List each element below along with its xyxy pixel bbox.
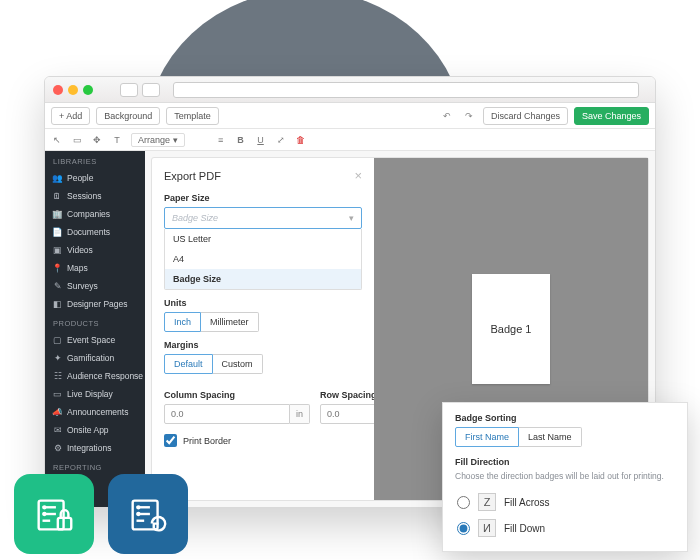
units-label: Units bbox=[164, 298, 362, 308]
paper-size-options: US LetterA4Badge Size bbox=[164, 229, 362, 290]
url-bar[interactable] bbox=[173, 82, 639, 98]
undo-icon[interactable]: ↶ bbox=[439, 108, 455, 124]
nav-item-icon: ✎ bbox=[53, 282, 62, 291]
fill-down-radio[interactable]: И Fill Down bbox=[455, 515, 675, 541]
align-left-icon[interactable]: ≡ bbox=[215, 134, 227, 146]
margins-option[interactable]: Default bbox=[164, 354, 213, 374]
paper-size-select[interactable]: Badge Size bbox=[164, 207, 362, 229]
nav-item-icon: ◧ bbox=[53, 300, 62, 309]
format-toolbar: ↖ ▭ ✥ T Arrange ▾ ≡ B U ⤢ 🗑 bbox=[45, 129, 655, 151]
nav-item-icon: 📄 bbox=[53, 228, 62, 237]
discard-button[interactable]: Discard Changes bbox=[483, 107, 568, 125]
traffic-light-min[interactable] bbox=[68, 85, 78, 95]
arrange-dropdown[interactable]: Arrange ▾ bbox=[131, 133, 185, 147]
badge-sorting-option[interactable]: Last Name bbox=[519, 427, 582, 447]
fill-across-radio[interactable]: Z Fill Across bbox=[455, 489, 675, 515]
resize-icon[interactable]: ⤢ bbox=[275, 134, 287, 146]
nav-back[interactable] bbox=[120, 83, 138, 97]
sidebar-product-item[interactable]: ✦Gamification bbox=[45, 349, 145, 367]
sidebar-heading-libraries: LIBRARIES bbox=[45, 151, 145, 169]
nav-item-icon: ▭ bbox=[53, 390, 62, 399]
close-icon[interactable]: × bbox=[354, 168, 362, 183]
nav-item-icon: 🗓 bbox=[53, 192, 62, 201]
badge-preview: Badge 1 bbox=[472, 274, 550, 384]
background-button[interactable]: Background bbox=[96, 107, 160, 125]
sidebar-product-item[interactable]: 📣Announcements bbox=[45, 403, 145, 421]
badge-sorting-option[interactable]: First Name bbox=[455, 427, 519, 447]
margins-segmented: DefaultCustom bbox=[164, 354, 362, 374]
fill-down-icon: И bbox=[478, 519, 496, 537]
margins-option[interactable]: Custom bbox=[213, 354, 263, 374]
svg-point-11 bbox=[137, 506, 139, 508]
sidebar-library-item[interactable]: 👥People bbox=[45, 169, 145, 187]
svg-point-12 bbox=[137, 513, 139, 515]
sidebar-library-item[interactable]: ✎Surveys bbox=[45, 277, 145, 295]
paper-size-label: Paper Size bbox=[164, 193, 362, 203]
text-icon[interactable]: T bbox=[111, 134, 123, 146]
sidebar-heading-products: PRODUCTS bbox=[45, 313, 145, 331]
units-option[interactable]: Inch bbox=[164, 312, 201, 332]
appbar: + Add Background Template ↶ ↷ Discard Ch… bbox=[45, 103, 655, 129]
paper-size-option[interactable]: US Letter bbox=[165, 229, 361, 249]
nav-item-icon: 📍 bbox=[53, 264, 62, 273]
fill-direction-label: Fill Direction bbox=[455, 457, 675, 467]
badge-sorting-segmented: First NameLast Name bbox=[455, 427, 675, 447]
col-spacing-unit: in bbox=[290, 404, 310, 424]
nav-item-icon: 📣 bbox=[53, 408, 62, 417]
sidebar-product-item[interactable]: ⚙Integrations bbox=[45, 439, 145, 457]
row-spacing-label: Row Spacing bbox=[320, 390, 374, 400]
badge-sorting-label: Badge Sorting bbox=[455, 413, 675, 423]
col-spacing-input[interactable] bbox=[164, 404, 290, 424]
delete-icon[interactable]: 🗑 bbox=[295, 134, 307, 146]
sidebar-library-item[interactable]: ▣Videos bbox=[45, 241, 145, 259]
secure-lock-card-icon bbox=[14, 474, 94, 554]
rect-icon[interactable]: ▭ bbox=[71, 134, 83, 146]
sidebar-product-item[interactable]: ☷Audience Response bbox=[45, 367, 145, 385]
nav-forward[interactable] bbox=[142, 83, 160, 97]
template-button[interactable]: Template bbox=[166, 107, 219, 125]
modal-title: Export PDF bbox=[164, 170, 221, 182]
row-spacing-input[interactable] bbox=[320, 404, 374, 424]
margins-label: Margins bbox=[164, 340, 362, 350]
sidebar-product-item[interactable]: ▭Live Display bbox=[45, 385, 145, 403]
svg-point-5 bbox=[43, 513, 45, 515]
sidebar-product-item[interactable]: ✉Onsite App bbox=[45, 421, 145, 439]
cursor-icon[interactable]: ↖ bbox=[51, 134, 63, 146]
add-button[interactable]: + Add bbox=[51, 107, 90, 125]
nav-item-icon: ✉ bbox=[53, 426, 62, 435]
fill-direction-description: Choose the direction badges will be laid… bbox=[455, 471, 675, 481]
nav-item-icon: 👥 bbox=[53, 174, 62, 183]
sync-card-icon bbox=[108, 474, 188, 554]
save-button[interactable]: Save Changes bbox=[574, 107, 649, 125]
paper-size-option[interactable]: A4 bbox=[165, 249, 361, 269]
sidebar-library-item[interactable]: 📄Documents bbox=[45, 223, 145, 241]
nav-item-icon: ⚙ bbox=[53, 444, 62, 453]
nav-item-icon: ☷ bbox=[53, 372, 62, 381]
units-option[interactable]: Millimeter bbox=[201, 312, 259, 332]
badge-sorting-popover: Badge Sorting First NameLast Name Fill D… bbox=[442, 402, 688, 552]
move-icon[interactable]: ✥ bbox=[91, 134, 103, 146]
col-spacing-label: Column Spacing bbox=[164, 390, 310, 400]
nav-item-icon: ▣ bbox=[53, 246, 62, 255]
units-segmented: InchMillimeter bbox=[164, 312, 362, 332]
titlebar bbox=[45, 77, 655, 103]
fill-across-icon: Z bbox=[478, 493, 496, 511]
sidebar-library-item[interactable]: ◧Designer Pages bbox=[45, 295, 145, 313]
nav-item-icon: 🏢 bbox=[53, 210, 62, 219]
sidebar-product-item[interactable]: ▢Event Space bbox=[45, 331, 145, 349]
nav-item-icon: ▢ bbox=[53, 336, 62, 345]
nav-item-icon: ✦ bbox=[53, 354, 62, 363]
bold-icon[interactable]: B bbox=[235, 134, 247, 146]
sidebar: LIBRARIES 👥People🗓Sessions🏢Companies📄Doc… bbox=[45, 151, 145, 507]
sidebar-library-item[interactable]: 📍Maps bbox=[45, 259, 145, 277]
sidebar-heading-reporting: REPORTING bbox=[45, 457, 145, 475]
underline-icon[interactable]: U bbox=[255, 134, 267, 146]
sidebar-library-item[interactable]: 🏢Companies bbox=[45, 205, 145, 223]
paper-size-option[interactable]: Badge Size bbox=[165, 269, 361, 289]
svg-point-4 bbox=[43, 506, 45, 508]
redo-icon[interactable]: ↷ bbox=[461, 108, 477, 124]
sidebar-library-item[interactable]: 🗓Sessions bbox=[45, 187, 145, 205]
traffic-light-close[interactable] bbox=[53, 85, 63, 95]
traffic-light-zoom[interactable] bbox=[83, 85, 93, 95]
print-border-checkbox[interactable]: Print Border bbox=[164, 434, 362, 447]
